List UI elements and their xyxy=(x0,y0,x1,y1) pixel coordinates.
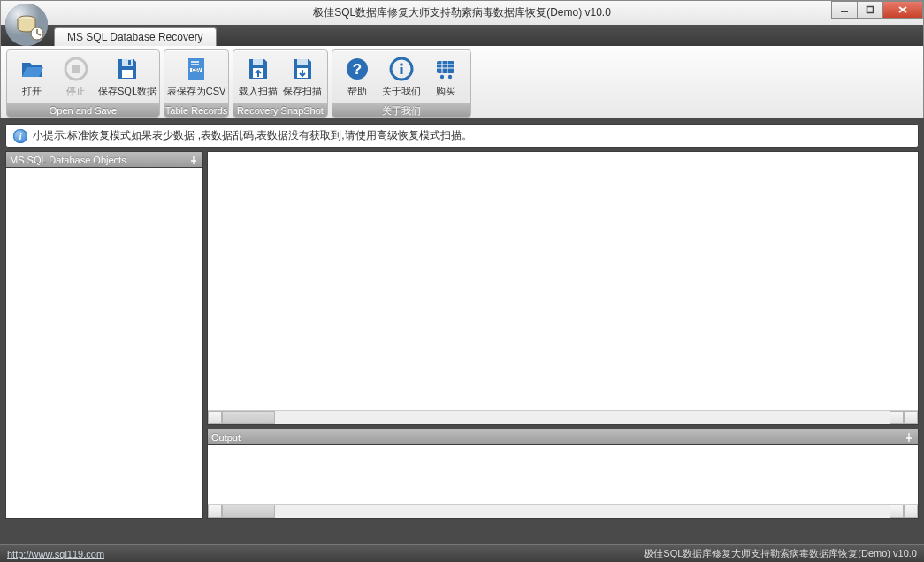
ribbon-group-title: Recovery SnapShot xyxy=(233,103,327,117)
output-panel-title: Output xyxy=(211,432,241,443)
objects-panel-header: MS SQL Database Objects xyxy=(6,152,202,168)
svg-point-29 xyxy=(400,63,403,66)
svg-rect-18 xyxy=(191,61,195,63)
shopping-cart-icon xyxy=(431,54,461,84)
ribbon-group-title: Open and Save xyxy=(7,103,159,117)
buy-button[interactable]: 购买 xyxy=(424,52,467,103)
output-panel: Output xyxy=(207,429,919,519)
pin-icon[interactable] xyxy=(904,432,914,443)
tab-strip: MS SQL Database Recovery xyxy=(0,25,924,46)
open-button[interactable]: 打开 xyxy=(11,52,53,103)
infobar-text: 小提示:标准恢复模式如果表少数据 ,表数据乱码,表数据没有获取到,请使用高级恢复… xyxy=(33,128,472,143)
main-area: MS SQL Database Objects xyxy=(5,151,919,519)
objects-tree[interactable] xyxy=(6,168,202,518)
output-panel-header: Output xyxy=(208,429,918,445)
svg-rect-19 xyxy=(195,61,199,63)
svg-rect-20 xyxy=(191,64,195,65)
ribbon-group-about: ? 帮助 关于我们 购买 xyxy=(332,49,471,118)
tab-recovery[interactable]: MS SQL Database Recovery xyxy=(54,27,217,46)
minimize-button[interactable] xyxy=(831,1,858,19)
close-button[interactable] xyxy=(882,1,923,19)
svg-rect-13 xyxy=(122,70,133,78)
content-h-scrollbar[interactable] xyxy=(208,410,918,424)
svg-rect-31 xyxy=(437,61,454,73)
help-button[interactable]: ? 帮助 xyxy=(336,52,378,103)
ribbon-group-table-records: CSV 表保存为CSV Table Records xyxy=(164,49,229,118)
svg-rect-12 xyxy=(122,59,133,66)
statusbar-right-text: 极佳SQL数据库修复大师支持勒索病毒数据库恢复(Demo) v10.0 xyxy=(644,547,917,560)
floppy-down-icon xyxy=(287,54,317,84)
statusbar-url-link[interactable]: http://www.sql119.com xyxy=(7,549,104,559)
save-scan-button[interactable]: 保存扫描 xyxy=(281,52,324,103)
floppy-up-icon xyxy=(243,54,273,84)
floppy-disk-icon xyxy=(112,54,142,84)
info-icon xyxy=(386,54,416,84)
objects-panel: MS SQL Database Objects xyxy=(5,151,203,519)
save-sql-button[interactable]: 保存SQL数据 xyxy=(99,52,156,103)
load-scan-button[interactable]: 载入扫描 xyxy=(237,52,279,103)
open-folder-icon xyxy=(17,54,47,84)
output-text[interactable] xyxy=(208,445,918,504)
minimize-icon xyxy=(840,5,849,14)
window-title: 极佳SQL数据库修复大师支持勒索病毒数据库恢复(Demo) v10.0 xyxy=(1,5,923,20)
svg-point-37 xyxy=(448,75,452,79)
ribbon-group-snapshot: 载入扫描 保存扫描 Recovery SnapShot xyxy=(233,49,328,118)
svg-text:?: ? xyxy=(353,61,362,78)
ribbon-group-open-save: 打开 停止 保存SQL数据 Open and xyxy=(6,49,160,118)
svg-rect-21 xyxy=(195,64,199,65)
ribbon-group-title: 关于我们 xyxy=(332,103,470,117)
svg-rect-14 xyxy=(128,60,131,65)
svg-rect-11 xyxy=(72,65,80,73)
csv-file-icon: CSV xyxy=(181,54,211,84)
maximize-icon xyxy=(866,5,874,14)
status-bar: http://www.sql119.com 极佳SQL数据库修复大师支持勒索病毒… xyxy=(0,544,924,562)
svg-rect-1 xyxy=(867,7,874,13)
output-h-scrollbar[interactable] xyxy=(208,504,918,518)
app-icon xyxy=(4,2,50,48)
svg-rect-30 xyxy=(401,67,403,74)
window-controls xyxy=(832,1,923,19)
svg-rect-22 xyxy=(253,59,263,65)
pin-icon[interactable] xyxy=(188,155,199,165)
stop-icon xyxy=(61,54,91,84)
info-bar: i 小提示:标准恢复模式如果表少数据 ,表数据乱码,表数据没有获取到,请使用高级… xyxy=(5,124,919,148)
svg-rect-24 xyxy=(297,59,308,65)
svg-point-36 xyxy=(440,75,444,79)
maximize-button[interactable] xyxy=(857,1,883,19)
ribbon-toolbar: 打开 停止 保存SQL数据 Open and xyxy=(0,46,924,118)
svg-text:CSV: CSV xyxy=(192,67,202,72)
stop-button: 停止 xyxy=(55,52,97,103)
help-icon: ? xyxy=(342,54,372,84)
close-icon xyxy=(897,5,908,14)
title-bar: 极佳SQL数据库修复大师支持勒索病毒数据库恢复(Demo) v10.0 xyxy=(0,0,924,25)
objects-panel-title: MS SQL Database Objects xyxy=(10,155,126,165)
ribbon-group-title: Table Records xyxy=(164,103,228,117)
content-panel xyxy=(207,151,919,425)
about-button[interactable]: 关于我们 xyxy=(380,52,423,103)
info-bulb-icon: i xyxy=(13,129,27,143)
save-csv-button[interactable]: CSV 表保存为CSV xyxy=(168,52,225,103)
